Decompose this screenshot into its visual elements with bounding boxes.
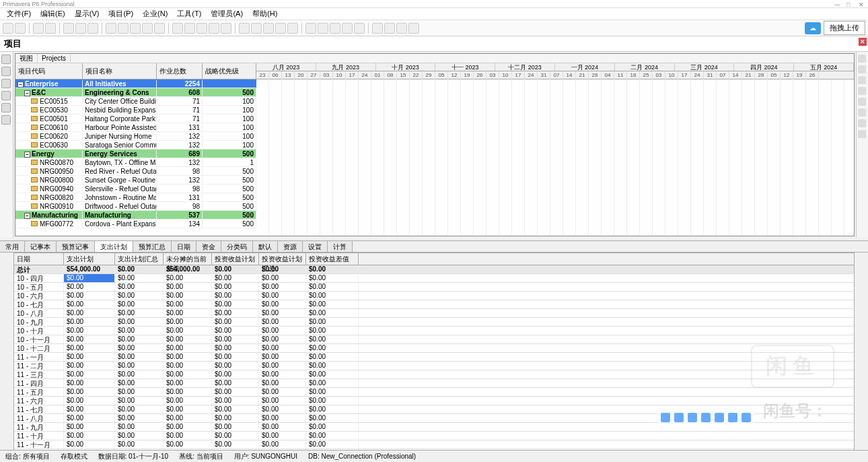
save-icon[interactable] (45, 23, 56, 34)
refresh-icon[interactable] (15, 23, 26, 34)
cost-cell[interactable]: $0.00 (64, 370, 115, 378)
cost-cell[interactable]: $0.00 (64, 388, 115, 396)
detail-row[interactable]: 11 - 十月$0.00$0.00$0.00$0.00$0.00$0.00 (14, 432, 854, 440)
rail-r6-icon[interactable] (858, 108, 866, 117)
cost-cell[interactable]: $0.00 (164, 318, 212, 326)
cost-cell[interactable]: $0.00 (115, 414, 164, 422)
project-row[interactable]: EC00630Saratoga Senior Community132100 (15, 141, 256, 150)
detail-row[interactable]: 总计$54,000.00$0.00$54,000.00$0.00$0.00$0.… (14, 265, 854, 274)
cost-cell[interactable]: $0.00 (259, 327, 306, 335)
detail-row[interactable]: 11 - 三月$0.00$0.00$0.00$0.00$0.00$0.00 (14, 370, 854, 379)
detail-row[interactable]: 11 - 四月$0.00$0.00$0.00$0.00$0.00$0.00 (14, 379, 854, 388)
cost-cell[interactable]: $0.00 (259, 318, 306, 326)
cost-cell[interactable]: $0.00 (212, 362, 259, 370)
detail-column-header[interactable]: 投资收益计划汇总 (259, 253, 306, 265)
gantt-area[interactable] (256, 79, 854, 236)
cost-cell[interactable]: $0.00 (115, 344, 164, 352)
upload-button[interactable]: 拖拽上传 (824, 21, 865, 35)
detail-tab[interactable]: 预算记事 (57, 241, 95, 252)
print-icon[interactable] (3, 23, 13, 34)
cost-cell[interactable]: $0.00 (164, 309, 212, 317)
detail-tab[interactable]: 支出计划 (95, 241, 133, 252)
minimize-icon[interactable]: — (834, 1, 841, 7)
menu-item[interactable]: 项目(P) (104, 9, 137, 19)
cost-cell[interactable]: $0.00 (164, 432, 212, 440)
copy-icon[interactable] (75, 23, 86, 34)
cost-cell[interactable]: $0.00 (212, 423, 259, 431)
project-row[interactable]: EC00501Haitang Corporate Park71100 (15, 114, 256, 123)
zoom-out-icon[interactable] (318, 23, 328, 34)
cost-cell[interactable]: $0.00 (212, 265, 259, 273)
cost-cell[interactable]: $0.00 (259, 432, 306, 440)
cost-cell[interactable]: $0.00 (306, 283, 359, 291)
cost-cell[interactable]: $0.00 (306, 274, 359, 282)
cost-cell[interactable]: $0.00 (306, 370, 359, 378)
resource-icon[interactable] (263, 23, 274, 34)
detail-row[interactable]: 11 - 五月$0.00$0.00$0.00$0.00$0.00$0.00 (14, 388, 854, 397)
rail-r4-icon[interactable] (858, 87, 866, 95)
cost-cell[interactable]: $0.00 (115, 388, 164, 396)
project-row[interactable]: NRG00950Red River - Refuel Outage98500 (15, 167, 256, 176)
cost-cell[interactable]: $0.00 (259, 440, 306, 449)
rail-projects-icon[interactable] (1, 55, 11, 64)
menu-item[interactable]: 文件(F) (3, 9, 35, 19)
close-icon[interactable]: ✕ (859, 1, 865, 7)
cloud-icon[interactable]: ☁ (805, 22, 821, 34)
cost-cell[interactable]: $0.00 (64, 300, 115, 308)
float-icon[interactable] (742, 413, 751, 422)
cost-cell[interactable]: $0.00 (212, 397, 259, 405)
cost-cell[interactable]: $0.00 (64, 283, 115, 291)
menu-item[interactable]: 显示(V) (71, 9, 104, 19)
cost-cell[interactable]: $0.00 (212, 405, 259, 414)
cut-icon[interactable] (63, 23, 74, 34)
cost-cell[interactable]: $0.00 (164, 405, 212, 414)
project-row[interactable]: NRG00940Silersville - Refuel Outage98500 (15, 185, 256, 193)
column-header[interactable]: 项目名称 (83, 63, 157, 79)
profile-icon[interactable] (275, 23, 286, 34)
detail-row[interactable]: 10 - 六月$0.00$0.00$0.00$0.00$0.00$0.00 (14, 292, 854, 300)
trace-icon[interactable] (251, 23, 262, 34)
cost-cell[interactable]: $0.00 (164, 362, 212, 370)
project-row[interactable]: EC00610Harbour Pointe Assisted Living131… (15, 123, 256, 132)
detail-row[interactable]: 10 - 十二月$0.00$0.00$0.00$0.00$0.00$0.00 (14, 344, 854, 353)
detail-column-header[interactable]: 支出计划汇总 (115, 253, 164, 265)
cost-cell[interactable]: $0.00 (306, 397, 359, 405)
outdent-icon[interactable] (184, 23, 195, 34)
spreadsheet-icon[interactable] (287, 23, 298, 34)
paste-icon[interactable] (87, 23, 98, 34)
cost-cell[interactable]: $0.00 (115, 265, 164, 273)
detail-column-header[interactable]: 投资收益计划 (212, 253, 259, 265)
group-icon[interactable] (130, 23, 141, 34)
detail-row[interactable]: 10 - 九月$0.00$0.00$0.00$0.00$0.00$0.00 (14, 318, 854, 327)
cost-cell[interactable]: $0.00 (115, 292, 164, 300)
cost-cell[interactable]: $0.00 (259, 388, 306, 396)
detail-row[interactable]: 11 - 二月$0.00$0.00$0.00$0.00$0.00$0.00 (14, 362, 854, 370)
cost-cell[interactable]: $0.00 (306, 327, 359, 335)
cost-cell[interactable]: $0.00 (164, 353, 212, 361)
cost-cell[interactable]: $0.00 (306, 335, 359, 343)
cost-cell[interactable]: $0.00 (259, 405, 306, 414)
detail-row[interactable]: 10 - 十月$0.00$0.00$0.00$0.00$0.00$0.00 (14, 327, 854, 335)
cost-cell[interactable]: $0.00 (306, 440, 359, 449)
cost-cell[interactable]: $0.00 (212, 318, 259, 326)
project-row[interactable]: NRG00870Baytown, TX - Offline Mainten.13… (15, 158, 256, 167)
expand-icon[interactable] (342, 23, 353, 34)
open-icon[interactable] (33, 23, 44, 34)
column-header[interactable]: 项目代码 (15, 63, 83, 79)
detail-column-header[interactable]: 未分摊的当前差值 (164, 253, 212, 265)
float-icon[interactable] (715, 413, 724, 422)
cost-cell[interactable]: $0.00 (115, 432, 164, 440)
cost-cell[interactable]: $0.00 (115, 423, 164, 431)
detail-tab[interactable]: 计算 (328, 241, 353, 252)
cost-cell[interactable]: $0.00 (164, 274, 212, 282)
cost-cell[interactable]: $0.00 (212, 283, 259, 291)
layout-icon[interactable] (106, 23, 116, 34)
detail-tab[interactable]: 默认 (253, 241, 278, 252)
summary-row[interactable]: −E&CEngineering & Cons608500 (15, 88, 256, 97)
cost-cell[interactable]: $0.00 (259, 300, 306, 308)
cost-cell[interactable]: $0.00 (306, 300, 359, 308)
cost-cell[interactable]: $0.00 (259, 335, 306, 343)
rail-r2-icon[interactable] (858, 65, 866, 73)
detail-column-header[interactable]: 支出计划 (64, 253, 115, 265)
cost-cell[interactable]: $0.00 (259, 344, 306, 352)
